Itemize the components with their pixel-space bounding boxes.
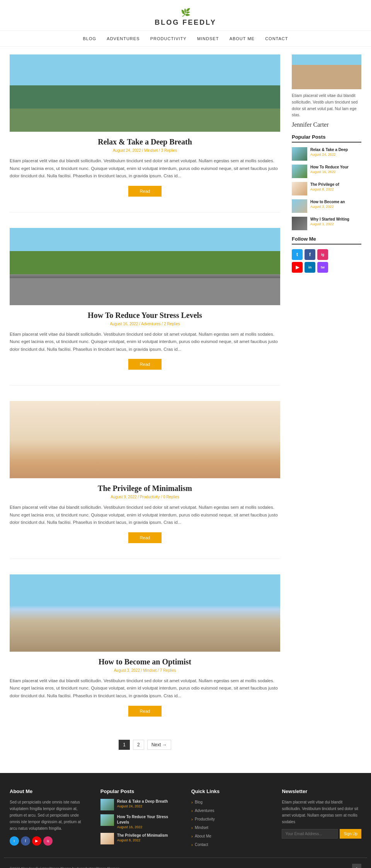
footer-about-title: About Me xyxy=(10,788,89,794)
post-4-excerpt: Etiam placerat velit vitae dui blandit s… xyxy=(10,677,280,700)
sidebar-profile-image xyxy=(292,54,361,89)
newsletter-signup-button[interactable]: Sign Up xyxy=(340,829,361,839)
sidebar-popular-post-1-title: Relax & Take a Deep xyxy=(310,147,361,153)
post-2: How To Reduce Your Stress Levels August … xyxy=(10,228,280,370)
post-3-image xyxy=(10,401,280,478)
popular-posts-title: Popular Posts xyxy=(292,134,361,143)
site-footer: About Me Sed ut perspiciatis unde omnis … xyxy=(0,773,371,868)
footer-popular-post-3-image xyxy=(100,833,114,844)
footer-twitter-icon[interactable]: t xyxy=(10,836,19,846)
footer-newsletter-col: Newsletter Etiam placerat velit vitae du… xyxy=(282,788,361,850)
footer-youtube-icon[interactable]: ▶ xyxy=(32,836,41,846)
nav-contact[interactable]: CONTACT xyxy=(265,36,288,41)
post-4-image xyxy=(10,574,280,652)
nav-mindset[interactable]: MINDSET xyxy=(197,36,219,41)
sidebar-popular-post-5-image xyxy=(292,217,307,230)
post-3-meta: August 9, 2022 / Productivity / 0 Replie… xyxy=(10,495,280,499)
nav-adventures[interactable]: ADVENTURES xyxy=(107,36,140,41)
sidebar-popular-post-3-date: August 8, 2022 xyxy=(310,187,361,191)
sidebar-popular-post-1-image xyxy=(292,147,307,161)
instagram-icon[interactable]: ig xyxy=(317,249,328,260)
main-content: Relax & Take a Deep Breath August 24, 20… xyxy=(10,54,280,765)
sidebar-popular-post-4: How to Become an August 3, 2022 xyxy=(292,199,361,213)
site-header: 🌿 BLOG FEEDLY xyxy=(0,0,371,31)
footer-facebook-icon[interactable]: f xyxy=(21,836,30,846)
footer-about-col: About Me Sed ut perspiciatis unde omnis … xyxy=(10,788,89,850)
post-4-meta: August 3, 2022 / Mindset / 7 Replies xyxy=(10,668,280,673)
post-4-title: How to Become an Optimist xyxy=(10,657,280,666)
footer-links-list: Blog Adventures Productivity Mindset Abo… xyxy=(191,799,271,848)
footer-popular-post-3: The Privilege of Minimalism August 8, 20… xyxy=(100,833,180,844)
post-2-excerpt: Etiam placerat velit vitae dui blandit s… xyxy=(10,331,280,353)
post-divider-3 xyxy=(10,559,280,559)
footer-popular-post-3-title: The Privilege of Minimalism xyxy=(117,833,168,838)
back-to-top-button[interactable]: ▲ xyxy=(352,864,361,868)
sidebar-popular-post-5-date: August 1, 2022 xyxy=(310,222,361,226)
footer-links-title: Quick Links xyxy=(191,788,271,794)
footer-link-mindset: Mindset xyxy=(191,824,271,831)
post-1: Relax & Take a Deep Breath August 24, 20… xyxy=(10,54,280,197)
sidebar-signature: Jennifer Carter xyxy=(292,121,361,128)
nav-blog[interactable]: BLOG xyxy=(83,36,96,41)
footer-popular-col: Popular Posts Relax & Take a Deep Breath… xyxy=(100,788,180,850)
footer-link-contact: Contact xyxy=(191,841,271,848)
footer-about-bio: Sed ut perspiciatis unde omnis iste natu… xyxy=(10,799,89,832)
social-row-2: ▶ in tw xyxy=(292,262,361,273)
linkedin-icon[interactable]: in xyxy=(305,262,315,273)
footer-popular-post-2-image xyxy=(100,814,114,826)
twitch-icon[interactable]: tw xyxy=(317,262,328,273)
post-3-read-button[interactable]: Read xyxy=(128,532,162,543)
footer-newsletter-text: Etiam placerat velit vitae dui blandit s… xyxy=(282,799,361,825)
page-2-button[interactable]: 2 xyxy=(133,740,144,750)
footer-inner: About Me Sed ut perspiciatis unde omnis … xyxy=(4,788,367,850)
page-1-button[interactable]: 1 xyxy=(119,740,130,750)
sidebar-popular-post-2-image xyxy=(292,165,307,178)
sidebar-popular-post-3: The Privilege of August 8, 2022 xyxy=(292,182,361,195)
post-4: How to Become an Optimist August 3, 2022… xyxy=(10,574,280,717)
twitter-icon[interactable]: t xyxy=(292,249,303,260)
post-1-read-button[interactable]: Read xyxy=(128,186,162,197)
footer-bottom: ©2023 Blog Feedly | WordPress Theme by S… xyxy=(4,858,367,868)
footer-link-adventures: Adventures xyxy=(191,807,271,814)
footer-popular-post-2-date: August 16, 2022 xyxy=(117,825,180,829)
sidebar-popular-post-3-image xyxy=(292,182,307,195)
sidebar-popular-post-4-image xyxy=(292,199,307,213)
sidebar-popular-post-4-title: How to Become an xyxy=(310,199,361,205)
main-navigation: BLOG ADVENTURES PRODUCTIVITY MINDSET ABO… xyxy=(0,31,371,47)
footer-newsletter-title: Newsletter xyxy=(282,788,361,794)
footer-popular-title: Popular Posts xyxy=(100,788,180,794)
footer-link-about: About Me xyxy=(191,833,271,839)
social-row-1: t f ig xyxy=(292,249,361,260)
post-2-read-button[interactable]: Read xyxy=(128,359,162,370)
post-2-title: How To Reduce Your Stress Levels xyxy=(10,311,280,320)
footer-popular-post-1-image xyxy=(100,799,114,810)
next-page-button[interactable]: Next → xyxy=(147,740,171,750)
footer-instagram-icon[interactable]: ig xyxy=(43,836,53,846)
nav-about-me[interactable]: ABOUT ME xyxy=(230,36,255,41)
facebook-icon[interactable]: f xyxy=(305,249,315,260)
footer-popular-post-1-date: August 24, 2022 xyxy=(117,804,168,808)
footer-popular-post-3-date: August 8, 2022 xyxy=(117,838,168,842)
footer-social-row: t f ▶ ig xyxy=(10,836,89,846)
youtube-icon[interactable]: ▶ xyxy=(292,262,303,273)
sidebar-popular-post-1-date: August 24, 2022 xyxy=(310,153,361,156)
newsletter-email-input[interactable] xyxy=(282,829,338,839)
pagination: 1 2 Next → xyxy=(10,732,280,765)
post-1-excerpt: Etiam placerat velit vitae dui blandit s… xyxy=(10,157,280,180)
site-title: BLOG FEEDLY xyxy=(0,19,371,27)
footer-link-blog: Blog xyxy=(191,799,271,805)
footer-popular-post-2-title: How To Reduce Your Stress Levels xyxy=(117,814,180,825)
sidebar: Etiam placerat velit vitae dui blandit s… xyxy=(292,54,361,765)
post-1-image xyxy=(10,54,280,132)
nav-productivity[interactable]: PRODUCTIVITY xyxy=(150,36,187,41)
post-2-meta: August 16, 2022 / Adventures / 2 Replies xyxy=(10,322,280,326)
post-1-meta: August 24, 2022 / Mindset / 3 Replies xyxy=(10,148,280,153)
sidebar-popular-post-3-title: The Privilege of xyxy=(310,182,361,187)
follow-me-section: Follow Me t f ig ▶ in tw xyxy=(292,236,361,273)
sidebar-popular-post-2-title: How To Reduce Your xyxy=(310,165,361,170)
post-4-read-button[interactable]: Read xyxy=(128,706,162,717)
post-3-title: The Privilege of Minimalism xyxy=(10,484,280,493)
sidebar-popular-posts: Popular Posts Relax & Take a Deep August… xyxy=(292,134,361,230)
post-3: The Privilege of Minimalism August 9, 20… xyxy=(10,401,280,543)
sidebar-popular-post-5: Why I Started Writing August 1, 2022 xyxy=(292,217,361,230)
